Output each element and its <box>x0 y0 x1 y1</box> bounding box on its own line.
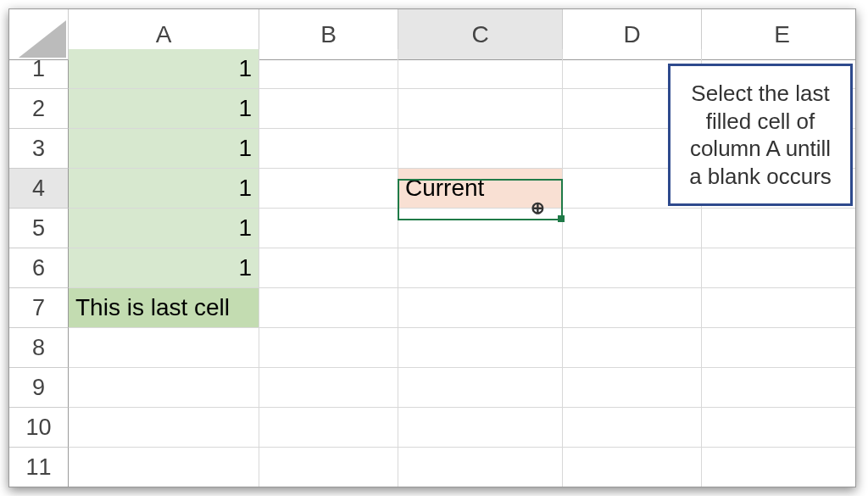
row-header-8[interactable]: 8 <box>9 328 69 368</box>
cell-E10[interactable] <box>702 408 856 448</box>
cell-B1[interactable] <box>259 49 398 89</box>
cell-D10[interactable] <box>563 408 702 448</box>
cell-C8[interactable] <box>398 328 563 368</box>
cell-E6[interactable] <box>702 248 856 288</box>
row-header-11[interactable]: 11 <box>9 448 69 487</box>
row-header-2[interactable]: 2 <box>9 89 69 129</box>
row-header-7[interactable]: 7 <box>9 288 69 328</box>
cell-cursor-cross-icon: ⊕ <box>530 200 545 215</box>
cell-D8[interactable] <box>563 328 702 368</box>
cell-B4[interactable] <box>259 169 398 209</box>
cell-A6[interactable]: 1 <box>69 248 259 288</box>
cell-B9[interactable] <box>259 368 398 408</box>
row-header-10[interactable]: 10 <box>9 408 69 448</box>
cell-A5[interactable]: 1 <box>69 209 259 248</box>
cell-E11[interactable] <box>702 448 856 487</box>
cell-C9[interactable] <box>398 368 563 408</box>
cell-E5[interactable] <box>702 209 856 248</box>
row-header-5[interactable]: 5 <box>9 209 69 248</box>
cell-D7[interactable] <box>563 288 702 328</box>
cell-D9[interactable] <box>563 368 702 408</box>
row-header-3[interactable]: 3 <box>9 129 69 169</box>
cell-B5[interactable] <box>259 209 398 248</box>
row-header-4[interactable]: 4 <box>9 169 69 209</box>
cell-A11[interactable] <box>69 448 259 487</box>
cell-C11[interactable] <box>398 448 563 487</box>
cell-D6[interactable] <box>563 248 702 288</box>
cell-A9[interactable] <box>69 368 259 408</box>
instruction-callout: Select the last filled cell of column A … <box>668 64 853 206</box>
cell-C10[interactable] <box>398 408 563 448</box>
cell-A8[interactable] <box>69 328 259 368</box>
cell-B3[interactable] <box>259 129 398 169</box>
cell-E9[interactable] <box>702 368 856 408</box>
cell-C1[interactable] <box>398 49 563 89</box>
select-all-corner[interactable] <box>9 9 69 60</box>
cell-A1[interactable]: 1 <box>69 49 259 89</box>
cell-E7[interactable] <box>702 288 856 328</box>
cell-B2[interactable] <box>259 89 398 129</box>
cell-A2[interactable]: 1 <box>69 89 259 129</box>
cell-C2[interactable] <box>398 89 563 129</box>
spreadsheet-window: A B C D E 1 1 2 1 3 1 4 1 Current 5 <box>8 8 856 487</box>
cell-B7[interactable] <box>259 288 398 328</box>
cell-B8[interactable] <box>259 328 398 368</box>
cell-A10[interactable] <box>69 408 259 448</box>
cell-A7[interactable]: This is last cell <box>69 288 259 328</box>
cell-C3[interactable] <box>398 129 563 169</box>
cell-D5[interactable] <box>563 209 702 248</box>
cell-E8[interactable] <box>702 328 856 368</box>
cell-C7[interactable] <box>398 288 563 328</box>
cell-D11[interactable] <box>563 448 702 487</box>
cell-A3[interactable]: 1 <box>69 129 259 169</box>
row-header-6[interactable]: 6 <box>9 248 69 288</box>
cell-C6[interactable] <box>398 248 563 288</box>
cell-B10[interactable] <box>259 408 398 448</box>
cell-A4[interactable]: 1 <box>69 169 259 209</box>
row-header-9[interactable]: 9 <box>9 368 69 408</box>
cell-B11[interactable] <box>259 448 398 487</box>
cell-B6[interactable] <box>259 248 398 288</box>
